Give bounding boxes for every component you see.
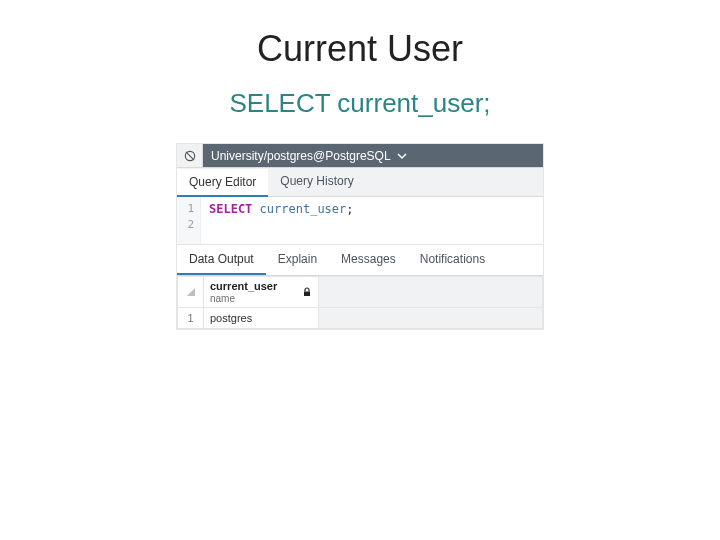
cell-filler [319,308,543,329]
row-number: 1 [178,308,204,329]
editor-tabs: Query Editor Query History [177,168,543,197]
chevron-down-icon [397,151,407,161]
svg-rect-2 [304,292,310,297]
line-number: 2 [177,217,194,233]
slide-title: Current User [0,28,720,70]
result-grid: current_user name 1 postgres [177,276,543,329]
svg-line-1 [185,151,193,159]
row-header-corner[interactable] [178,277,204,308]
slide-sql: SELECT current_user; [0,88,720,119]
sql-identifier: current_user [260,202,347,216]
code-editor[interactable]: 1 2 SELECT current_user; [177,197,543,245]
tab-messages[interactable]: Messages [329,245,408,275]
connection-label: University/postgres@PostgreSQL [211,149,391,163]
lock-icon [302,287,312,297]
table-row[interactable]: 1 postgres [178,308,543,329]
tab-data-output[interactable]: Data Output [177,245,266,275]
sql-punct: ; [346,202,353,216]
output-tabs: Data Output Explain Messages Notificatio… [177,245,543,276]
column-type: name [210,293,292,304]
connection-dropdown[interactable]: University/postgres@PostgreSQL [203,144,543,167]
line-number: 1 [177,201,194,217]
tab-explain[interactable]: Explain [266,245,329,275]
column-header[interactable]: current_user name [204,277,319,308]
sql-keyword: SELECT [209,202,252,216]
disconnect-icon[interactable] [177,144,203,167]
tab-query-editor[interactable]: Query Editor [177,169,268,197]
line-gutter: 1 2 [177,197,201,244]
column-filler [319,277,543,308]
tab-notifications[interactable]: Notifications [408,245,497,275]
select-all-icon [187,288,195,296]
column-name: current_user [210,280,277,292]
code-area[interactable]: SELECT current_user; [201,197,362,244]
cell-value[interactable]: postgres [204,308,319,329]
pgadmin-panel: University/postgres@PostgreSQL Query Edi… [176,143,544,330]
connection-bar: University/postgres@PostgreSQL [177,144,543,168]
tab-query-history[interactable]: Query History [268,168,365,196]
